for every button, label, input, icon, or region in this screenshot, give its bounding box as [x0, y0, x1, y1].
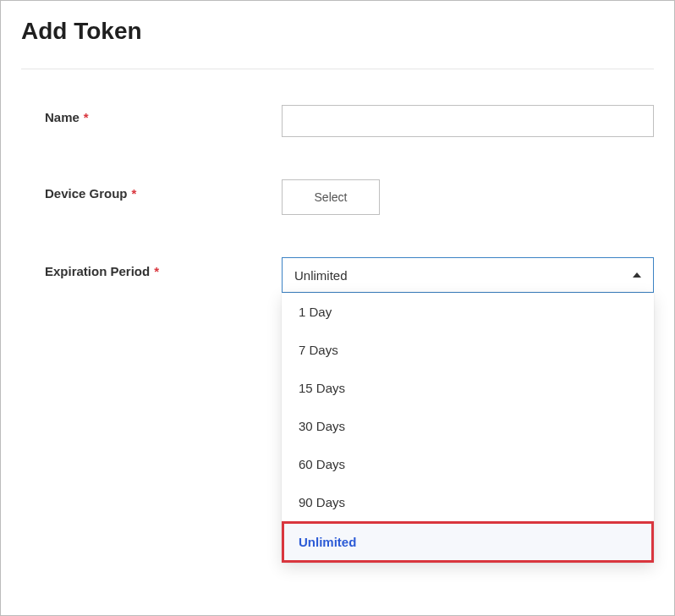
form-row-name: Name * [21, 105, 654, 137]
required-star: * [132, 186, 137, 201]
expiration-dropdown: Unlimited 1 Day 7 Days 15 Days 30 Days 6… [282, 257, 654, 293]
form-row-expiration: Expiration Period * Unlimited 1 Day 7 Da… [21, 259, 654, 293]
form-row-device-group: Device Group * Select [21, 181, 654, 215]
expiration-dropdown-value: Unlimited [294, 268, 348, 283]
label-wrap: Device Group * [45, 181, 282, 201]
required-star: * [84, 110, 89, 124]
expiration-option-unlimited[interactable]: Unlimited [282, 521, 654, 563]
device-group-select-button[interactable]: Select [282, 179, 380, 215]
device-group-label: Device Group [45, 186, 128, 201]
label-wrap: Name * [45, 105, 282, 124]
name-label: Name [45, 110, 80, 124]
page-title: Add Token [21, 13, 654, 45]
expiration-option-1-day[interactable]: 1 Day [282, 293, 654, 331]
chevron-up-icon [633, 272, 641, 278]
expiration-option-90-days[interactable]: 90 Days [282, 483, 654, 521]
expiration-option-60-days[interactable]: 60 Days [282, 445, 654, 483]
expiration-option-15-days[interactable]: 15 Days [282, 369, 654, 407]
divider [21, 69, 654, 69]
label-wrap: Expiration Period * [45, 259, 282, 278]
expiration-label: Expiration Period [45, 264, 150, 278]
name-input[interactable] [282, 105, 654, 137]
expiration-dropdown-menu: 1 Day 7 Days 15 Days 30 Days 60 Days 90 … [282, 293, 654, 563]
expiration-option-7-days[interactable]: 7 Days [282, 331, 654, 369]
add-token-panel: Add Token Name * Device Group * Select E… [0, 0, 675, 616]
expiration-option-30-days[interactable]: 30 Days [282, 407, 654, 445]
expiration-dropdown-trigger[interactable]: Unlimited [282, 257, 654, 293]
required-star: * [154, 264, 159, 278]
